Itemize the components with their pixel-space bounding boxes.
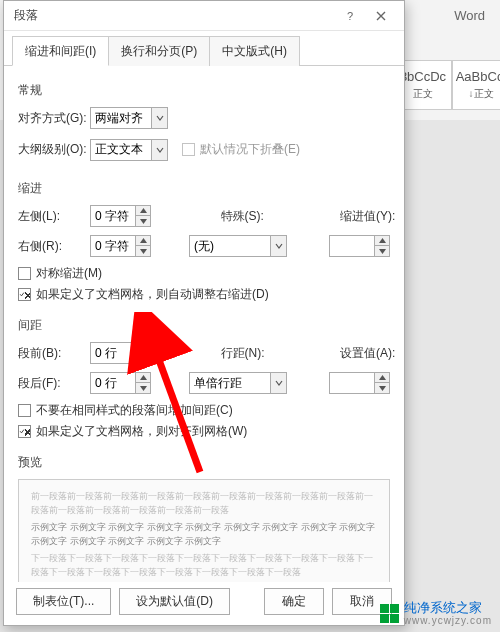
spin-down-icon[interactable] (136, 216, 150, 226)
preview-after: 下一段落下一段落下一段落下一段落下一段落下一段落下一段落下一段落下一段落下一段落… (31, 552, 377, 579)
tabstrip: 缩进和间距(I) 换行和分页(P) 中文版式(H) (4, 31, 404, 66)
spin-down-icon[interactable] (136, 383, 150, 393)
spin-down-icon[interactable] (136, 246, 150, 256)
checkbox-icon (18, 404, 31, 417)
spacing-at-spinner[interactable] (329, 372, 390, 394)
spin-up-icon[interactable] (136, 236, 150, 246)
section-indent: 缩进 (18, 180, 390, 197)
set-default-button[interactable]: 设为默认值(D) (119, 588, 230, 615)
watermark: 纯净系统之家 www.ycwjzy.com (380, 601, 492, 626)
spin-up-icon[interactable] (375, 236, 389, 246)
spacing-at-input[interactable] (330, 373, 374, 393)
mirror-indent-label: 对称缩进(M) (36, 265, 102, 282)
chevron-down-icon[interactable] (151, 108, 167, 128)
checkbox-checked-icon (18, 288, 31, 301)
spin-up-icon[interactable] (136, 206, 150, 216)
mirror-indent-checkbox[interactable]: 对称缩进(M) (18, 265, 390, 282)
indent-left-spinner[interactable] (90, 205, 151, 227)
style-gallery: 3bCcDc 正文 AaBbCcl ↓正文 (394, 60, 500, 110)
watermark-name: 纯净系统之家 (404, 601, 492, 615)
indent-right-input[interactable] (91, 236, 135, 256)
space-before-spinner[interactable] (90, 342, 151, 364)
indent-by-label: 缩进值(Y): (340, 208, 390, 225)
indent-by-spinner[interactable] (329, 235, 390, 257)
app-title-fragment: Word (454, 8, 485, 23)
auto-adjust-checkbox[interactable]: 如果定义了文档网格，则自动调整右缩进(D) (18, 286, 390, 303)
indent-right-label: 右侧(R): (18, 238, 82, 255)
chevron-down-icon[interactable] (270, 373, 286, 393)
spin-up-icon[interactable] (136, 373, 150, 383)
style-body[interactable]: AaBbCcl ↓正文 (452, 60, 500, 110)
alignment-label: 对齐方式(G): (18, 110, 82, 127)
dialog-buttons: 制表位(T)... 设为默认值(D) 确定 取消 (4, 582, 404, 625)
checkbox-icon (18, 267, 31, 280)
space-before-label: 段前(B): (18, 345, 82, 362)
chevron-down-icon[interactable] (151, 140, 167, 160)
checkbox-icon (182, 143, 195, 156)
spin-down-icon[interactable] (136, 353, 150, 363)
tab-line-page-breaks[interactable]: 换行和分页(P) (108, 36, 210, 66)
indent-by-input[interactable] (330, 236, 374, 256)
outline-combo[interactable] (90, 139, 168, 161)
special-input[interactable] (190, 236, 270, 256)
outline-input[interactable] (91, 140, 151, 160)
chevron-down-icon[interactable] (270, 236, 286, 256)
no-add-space-checkbox[interactable]: 不要在相同样式的段落间增加间距(C) (18, 402, 390, 419)
section-preview: 预览 (18, 454, 390, 471)
space-after-input[interactable] (91, 373, 135, 393)
dialog-content: 常规 对齐方式(G): 大纲级别(O): 默认情况下折叠(E) 缩进 左侧(L)… (4, 66, 404, 582)
preview-before: 前一段落前一段落前一段落前一段落前一段落前一段落前一段落前一段落前一段落前一段落… (31, 490, 377, 517)
checkbox-checked-icon (18, 425, 31, 438)
snap-grid-label: 如果定义了文档网格，则对齐到网格(W) (36, 423, 247, 440)
section-general: 常规 (18, 82, 390, 99)
preview-sample: 示例文字 示例文字 示例文字 示例文字 示例文字 示例文字 示例文字 示例文字 … (31, 521, 377, 548)
indent-right-spinner[interactable] (90, 235, 151, 257)
watermark-logo-icon (380, 604, 399, 623)
space-after-label: 段后(F): (18, 375, 82, 392)
outline-label: 大纲级别(O): (18, 141, 82, 158)
line-spacing-input[interactable] (190, 373, 270, 393)
spacing-at-label: 设置值(A): (340, 345, 390, 362)
auto-adjust-label: 如果定义了文档网格，则自动调整右缩进(D) (36, 286, 269, 303)
space-before-input[interactable] (91, 343, 135, 363)
paragraph-dialog: 段落 ? 缩进和间距(I) 换行和分页(P) 中文版式(H) 常规 对齐方式(G… (3, 0, 405, 626)
alignment-combo[interactable] (90, 107, 168, 129)
line-spacing-label: 行距(N): (221, 345, 271, 362)
spin-down-icon[interactable] (375, 383, 389, 393)
watermark-url: www.ycwjzy.com (404, 615, 492, 626)
line-spacing-combo[interactable] (189, 372, 287, 394)
no-add-space-label: 不要在相同样式的段落间增加间距(C) (36, 402, 233, 419)
spin-up-icon[interactable] (375, 373, 389, 383)
tab-indent-spacing[interactable]: 缩进和间距(I) (12, 36, 109, 66)
tab-asian-typography[interactable]: 中文版式(H) (209, 36, 300, 66)
indent-left-input[interactable] (91, 206, 135, 226)
collapse-checkbox[interactable]: 默认情况下折叠(E) (182, 141, 300, 158)
titlebar: 段落 ? (4, 1, 404, 31)
alignment-input[interactable] (91, 108, 151, 128)
section-spacing: 间距 (18, 317, 390, 334)
collapse-label: 默认情况下折叠(E) (200, 141, 300, 158)
spin-up-icon[interactable] (136, 343, 150, 353)
special-label: 特殊(S): (221, 208, 271, 225)
spin-down-icon[interactable] (375, 246, 389, 256)
tabs-button[interactable]: 制表位(T)... (16, 588, 111, 615)
snap-grid-checkbox[interactable]: 如果定义了文档网格，则对齐到网格(W) (18, 423, 390, 440)
help-button[interactable]: ? (336, 3, 366, 29)
svg-text:?: ? (347, 10, 353, 22)
indent-left-label: 左侧(L): (18, 208, 82, 225)
special-combo[interactable] (189, 235, 287, 257)
space-after-spinner[interactable] (90, 372, 151, 394)
close-button[interactable] (366, 3, 396, 29)
dialog-title: 段落 (14, 7, 336, 24)
preview-box: 前一段落前一段落前一段落前一段落前一段落前一段落前一段落前一段落前一段落前一段落… (18, 479, 390, 582)
ok-button[interactable]: 确定 (264, 588, 324, 615)
